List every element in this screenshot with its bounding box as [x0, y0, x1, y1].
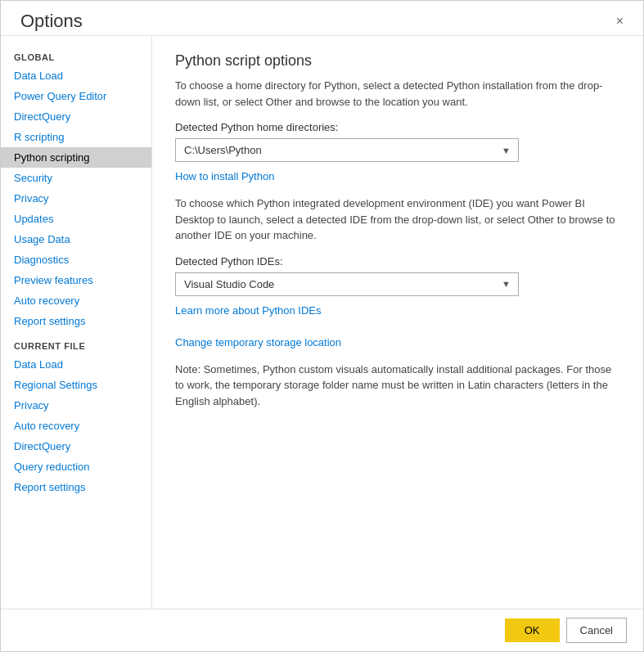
sidebar-item-data-load-file[interactable]: Data Load — [1, 354, 151, 375]
global-section-label: GLOBAL — [1, 43, 151, 65]
sidebar-item-regional-settings[interactable]: Regional Settings — [1, 375, 151, 395]
dialog-body: GLOBAL Data Load Power Query Editor Dire… — [1, 35, 643, 609]
sidebar-item-power-query-editor[interactable]: Power Query Editor — [1, 86, 151, 106]
home-dir-dropdown-wrapper: C:\Users\Python Other ▼ — [175, 138, 519, 162]
sidebar-item-directquery-global[interactable]: DirectQuery — [1, 106, 151, 127]
sidebar-item-directquery-file[interactable]: DirectQuery — [1, 436, 151, 456]
sidebar-item-privacy-global[interactable]: Privacy — [1, 188, 151, 209]
ok-button[interactable]: OK — [505, 618, 560, 642]
cancel-button[interactable]: Cancel — [566, 618, 627, 643]
home-dir-label: Detected Python home directories: — [175, 121, 620, 133]
ide-description: To choose which Python integrated develo… — [175, 196, 620, 244]
dialog-title: Options — [20, 11, 83, 32]
sidebar-item-preview-features[interactable]: Preview features — [1, 270, 151, 290]
sidebar-item-auto-recovery-file[interactable]: Auto recovery — [1, 416, 151, 436]
close-button[interactable]: × — [610, 11, 630, 31]
title-bar: Options × — [1, 1, 643, 35]
learn-more-ide-link[interactable]: Learn more about Python IDEs — [175, 304, 322, 317]
home-dir-dropdown[interactable]: C:\Users\Python Other — [175, 138, 519, 162]
install-python-link[interactable]: How to install Python — [175, 170, 274, 182]
change-storage-link[interactable]: Change temporary storage location — [175, 336, 341, 348]
ide-dropdown[interactable]: Visual Studio Code Other — [175, 272, 519, 296]
sidebar: GLOBAL Data Load Power Query Editor Dire… — [1, 36, 152, 609]
main-content: Python script options To choose a home d… — [152, 36, 643, 609]
page-title: Python script options — [175, 52, 620, 70]
sidebar-item-r-scripting[interactable]: R scripting — [1, 127, 151, 147]
sidebar-item-security[interactable]: Security — [1, 168, 151, 188]
sidebar-item-report-settings-file[interactable]: Report settings — [1, 477, 151, 497]
sidebar-item-privacy-file[interactable]: Privacy — [1, 395, 151, 416]
dialog-footer: OK Cancel — [1, 609, 643, 651]
sidebar-item-data-load-global[interactable]: Data Load — [1, 65, 151, 86]
sidebar-item-usage-data[interactable]: Usage Data — [1, 229, 151, 250]
sidebar-item-updates[interactable]: Updates — [1, 209, 151, 229]
sidebar-item-diagnostics[interactable]: Diagnostics — [1, 250, 151, 270]
sidebar-item-auto-recovery-global[interactable]: Auto recovery — [1, 290, 151, 311]
options-dialog: Options × GLOBAL Data Load Power Query E… — [0, 0, 644, 652]
home-dir-description: To choose a home directory for Python, s… — [175, 78, 620, 110]
sidebar-item-query-reduction[interactable]: Query reduction — [1, 456, 151, 477]
current-file-section-label: CURRENT FILE — [1, 331, 151, 354]
ide-dropdown-wrapper: Visual Studio Code Other ▼ — [175, 272, 519, 296]
storage-note: Note: Sometimes, Python custom visuals a… — [175, 362, 620, 410]
sidebar-item-python-scripting[interactable]: Python scripting — [1, 147, 151, 168]
ide-label: Detected Python IDEs: — [175, 255, 620, 268]
sidebar-item-report-settings-global[interactable]: Report settings — [1, 311, 151, 331]
